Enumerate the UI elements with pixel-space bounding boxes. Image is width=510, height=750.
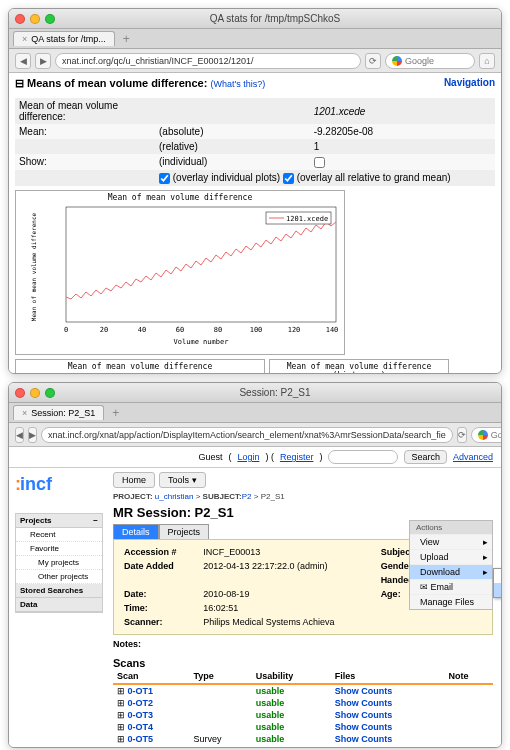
table-row: ⊞ 0-OT3usableShow Counts xyxy=(113,709,493,721)
expand-icon[interactable]: ⊞ xyxy=(117,698,125,708)
action-download[interactable]: Download▸ xyxy=(410,564,492,579)
tab-projects[interactable]: Projects xyxy=(159,524,210,539)
show-counts-link[interactable]: Show Counts xyxy=(335,686,393,696)
site-topbar: Guest (Login) (Register) Search Advanced xyxy=(9,447,501,468)
svg-text:40: 40 xyxy=(138,326,146,334)
sidebar-item-stored[interactable]: Stored Searches xyxy=(20,586,83,595)
search-button[interactable]: Search xyxy=(404,450,447,464)
download-images[interactable]: ⬇Download Images xyxy=(494,583,501,597)
action-email[interactable]: ✉ Email xyxy=(410,579,492,594)
table-row: ⊞ 0-OT1usableShow Counts xyxy=(113,684,493,697)
svg-text:140: 140 xyxy=(326,326,339,334)
register-link[interactable]: Register xyxy=(280,452,314,462)
crumb-project-link[interactable]: u_christian xyxy=(155,492,194,501)
action-view[interactable]: View▸ xyxy=(410,534,492,549)
back-button[interactable]: ◀ xyxy=(15,53,31,69)
new-tab-button[interactable]: + xyxy=(117,32,136,46)
minimize-window-button[interactable] xyxy=(30,14,40,24)
reload-button[interactable]: ⟳ xyxy=(457,427,467,443)
browser-toolbar: ◀ ▶ xnat.incf.org/qc/u_christian/INCF_E0… xyxy=(9,49,501,73)
close-window-button[interactable] xyxy=(15,388,25,398)
forward-button[interactable]: ▶ xyxy=(28,427,37,443)
expand-icon[interactable]: ⊞ xyxy=(117,686,125,696)
svg-text:80: 80 xyxy=(214,326,222,334)
show-counts-link[interactable]: Show Counts xyxy=(335,710,393,720)
site-search-input[interactable] xyxy=(328,450,398,464)
sidebar-item-data[interactable]: Data xyxy=(20,600,37,609)
zoom-window-button[interactable] xyxy=(45,388,55,398)
expand-icon[interactable]: ⊞ xyxy=(117,710,125,720)
svg-text:100: 100 xyxy=(250,326,263,334)
show-counts-link[interactable]: Show Counts xyxy=(335,746,393,747)
expand-icon[interactable]: ⊞ xyxy=(117,734,125,744)
main-line-plot: Mean of mean volume difference 0 20 40 6… xyxy=(15,190,345,355)
table-row: ⊞ 0-OT4usableShow Counts xyxy=(113,721,493,733)
browser-toolbar: ◀ ▶ xnat.incf.org/xnat/app/action/Displa… xyxy=(9,423,501,447)
show-counts-link[interactable]: Show Counts xyxy=(335,734,393,744)
window-title: Session: P2_S1 xyxy=(55,387,495,398)
table-row: ⊞ 0-OT2usableShow Counts xyxy=(113,697,493,709)
download-xml[interactable]: ▣Download XML xyxy=(494,569,501,583)
breadcrumb: PROJECT: u_christian > SUBJECT:P2 > P2_S… xyxy=(113,492,493,501)
action-manage-files[interactable]: Manage Files xyxy=(410,594,492,609)
browser-tab[interactable]: × Session: P2_S1 xyxy=(13,405,104,420)
close-window-button[interactable] xyxy=(15,14,25,24)
window-title: QA stats for /tmp/tmpSChkoS xyxy=(55,13,495,24)
search-input[interactable]: Google xyxy=(471,427,502,443)
search-input[interactable]: Google xyxy=(385,53,475,69)
collapse-icon[interactable]: − xyxy=(93,516,98,525)
new-tab-button[interactable]: + xyxy=(106,406,125,420)
url-input[interactable]: xnat.incf.org/xnat/app/action/DisplayIte… xyxy=(41,427,453,443)
session-window: Session: P2_S1 × Session: P2_S1 + ◀ ▶ xn… xyxy=(8,382,502,748)
tab-details[interactable]: Details xyxy=(113,524,159,539)
individual-checkbox[interactable] xyxy=(314,157,325,168)
overlay-grand-mean-checkbox[interactable] xyxy=(283,173,294,184)
projects-panel: Projects− Recent Favorite My projects Ot… xyxy=(15,513,103,613)
incf-logo: :incf xyxy=(15,474,103,495)
overlay-individual-checkbox[interactable] xyxy=(159,173,170,184)
svg-text:Mean of mean volume difference: Mean of mean volume difference xyxy=(30,212,37,321)
download-submenu: ▣Download XML ⬇Download Images xyxy=(493,568,501,598)
action-upload[interactable]: Upload▸ xyxy=(410,549,492,564)
expand-icon[interactable]: ⊞ xyxy=(117,722,125,732)
section-title: ⊟ Means of mean volume difference: (What… xyxy=(15,77,265,90)
line-chart-svg: 0 20 40 60 80 100 120 140 Volume number … xyxy=(16,202,346,347)
svg-text:1201.xcede: 1201.xcede xyxy=(286,215,328,223)
scans-heading: Scans xyxy=(113,657,493,669)
reload-button[interactable]: ⟳ xyxy=(365,53,381,69)
crumb-subject-link[interactable]: P2 xyxy=(242,492,252,501)
collapse-icon[interactable]: ⊟ xyxy=(15,77,24,89)
back-button[interactable]: ◀ xyxy=(15,427,24,443)
summary-table: Mean of mean volume difference:1201.xced… xyxy=(15,98,495,186)
url-input[interactable]: xnat.incf.org/qc/u_christian/INCF_E00012… xyxy=(55,53,361,69)
page-title: MR Session: P2_S1 xyxy=(113,505,493,520)
show-counts-link[interactable]: Show Counts xyxy=(335,722,393,732)
close-tab-icon[interactable]: × xyxy=(22,34,27,44)
sidebar-item-recent[interactable]: Recent xyxy=(16,528,102,542)
browser-tabbar: × QA stats for /tmp... + xyxy=(9,29,501,49)
home-menu[interactable]: Home xyxy=(113,472,155,488)
svg-text:0: 0 xyxy=(64,326,68,334)
google-icon xyxy=(392,56,402,66)
google-icon xyxy=(478,430,488,440)
advanced-search-link[interactable]: Advanced xyxy=(453,452,493,462)
svg-text:120: 120 xyxy=(288,326,301,334)
navigation-link[interactable]: Navigation xyxy=(444,77,495,88)
whats-this-link[interactable]: (What's this?) xyxy=(210,79,265,89)
minimize-window-button[interactable] xyxy=(30,388,40,398)
show-counts-link[interactable]: Show Counts xyxy=(335,698,393,708)
zoom-window-button[interactable] xyxy=(45,14,55,24)
histogram-plot: Mean of mean volume difference (histogra… xyxy=(269,359,449,373)
sidebar-item-otherprojects[interactable]: Other projects xyxy=(16,570,102,584)
tools-menu[interactable]: Tools ▾ xyxy=(159,472,206,488)
sidebar-item-favorite[interactable]: Favorite xyxy=(16,542,102,556)
forward-button[interactable]: ▶ xyxy=(35,53,51,69)
sidebar-item-myprojects[interactable]: My projects xyxy=(16,556,102,570)
actions-menu: Actions View▸ Upload▸ Download▸ ✉ Email … xyxy=(409,520,493,610)
expand-icon[interactable]: ⊞ xyxy=(117,746,125,747)
notes-label: Notes: xyxy=(113,639,493,649)
browser-tab[interactable]: × QA stats for /tmp... xyxy=(13,31,115,46)
close-tab-icon[interactable]: × xyxy=(22,408,27,418)
login-link[interactable]: Login xyxy=(237,452,259,462)
home-button[interactable]: ⌂ xyxy=(479,53,495,69)
